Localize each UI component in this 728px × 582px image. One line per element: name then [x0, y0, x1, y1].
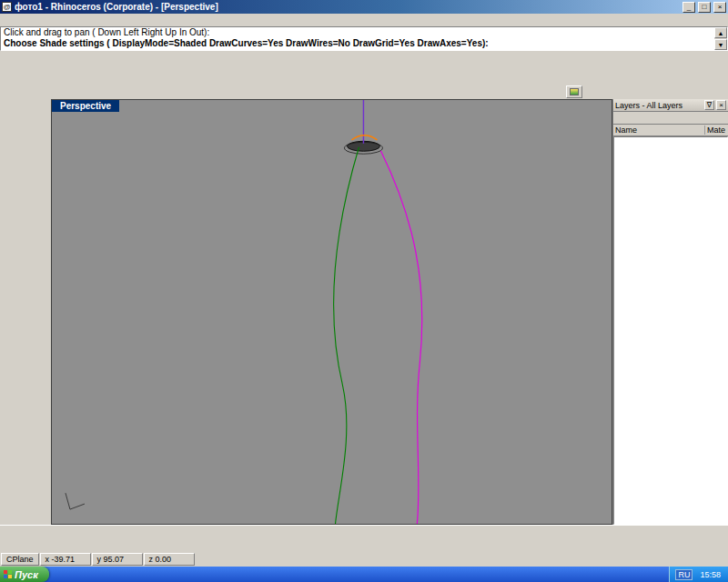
viewport-title[interactable]: Perspective: [52, 100, 119, 112]
start-button[interactable]: Пуск: [0, 567, 49, 582]
main-toolbar: [0, 64, 728, 85]
windows-logo-icon: [4, 570, 12, 578]
toolbar-tabs: [0, 51, 728, 64]
scroll-up-icon[interactable]: ▲: [714, 27, 727, 38]
app-icon: @: [2, 2, 12, 12]
coordinate-y: y 95.07: [92, 553, 143, 566]
profile-curve-orange: [351, 135, 377, 140]
command-scrollbar[interactable]: ▲ ▼: [714, 27, 727, 50]
toolbar-gap: [0, 85, 728, 99]
window-title: фото1 - Rhinoceros (Corporate) - [Perspe…: [15, 2, 680, 12]
windows-taskbar: Пуск RU 15:58: [0, 567, 728, 582]
system-tray: RU 15:58: [669, 567, 728, 582]
title-bar: @ фото1 - Rhinoceros (Corporate) - [Pers…: [0, 0, 728, 14]
language-indicator[interactable]: RU: [675, 569, 693, 580]
perspective-viewport[interactable]: Perspective: [51, 99, 612, 525]
layers-list: [613, 136, 728, 525]
menu-bar: [0, 14, 728, 26]
clock[interactable]: 15:58: [700, 570, 721, 579]
layers-panel: Layers - All Layers ∇ × Name Mate: [612, 99, 728, 525]
column-material[interactable]: Mate: [704, 125, 726, 135]
layers-toolbar: [613, 112, 728, 125]
coordinate-x: x -39.71: [40, 553, 91, 566]
command-history-line: Click and drag to pan ( Down Left Right …: [1, 27, 713, 38]
column-name[interactable]: Name: [615, 125, 704, 135]
profile-curve-magenta: [380, 151, 421, 524]
main-area: Perspective: [0, 99, 728, 525]
cplane-axis-indicator: [66, 493, 85, 509]
side-tool-palette: [0, 99, 51, 525]
panel-close-icon[interactable]: ×: [716, 100, 726, 110]
rhino-application-window: @ фото1 - Rhinoceros (Corporate) - [Pers…: [0, 0, 728, 582]
layers-panel-header[interactable]: Layers - All Layers ∇ ×: [613, 99, 728, 112]
color-palette-bar: [0, 537, 728, 552]
maximize-button[interactable]: □: [698, 2, 711, 13]
shade-mode-icon[interactable]: [570, 88, 579, 95]
layers-column-headers: Name Mate: [613, 125, 728, 136]
minimize-button[interactable]: _: [682, 2, 695, 13]
osnap-bar: [0, 525, 728, 537]
scroll-down-icon[interactable]: ▼: [714, 39, 727, 50]
command-area[interactable]: Click and drag to pan ( Down Left Right …: [0, 26, 728, 51]
cplane-button[interactable]: CPlane: [1, 553, 39, 566]
status-bar: CPlane x -39.71 y 95.07 z 0.00: [0, 552, 728, 567]
close-button[interactable]: ×: [713, 2, 726, 13]
layers-panel-title: Layers - All Layers: [615, 101, 703, 110]
viewport-canvas[interactable]: [52, 100, 612, 524]
command-prompt-line[interactable]: Choose Shade settings ( DisplayMode=Shad…: [1, 38, 713, 49]
mini-toolbar[interactable]: [566, 85, 582, 98]
coordinate-z: z 0.00: [144, 553, 195, 566]
profile-curve-green: [333, 147, 359, 524]
panel-filter-icon[interactable]: ∇: [704, 100, 714, 110]
